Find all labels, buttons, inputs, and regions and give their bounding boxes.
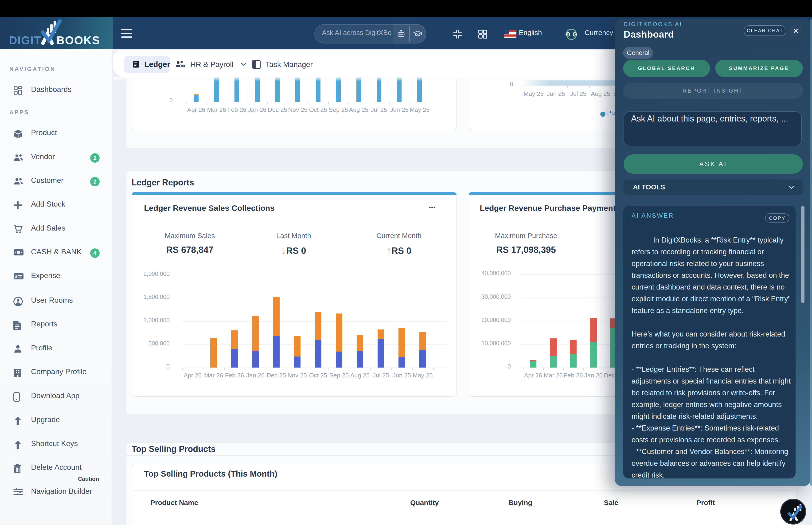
svg-text:€: € xyxy=(574,32,576,36)
svg-text:DIGIT: DIGIT xyxy=(9,34,41,46)
svg-text:BOOKS: BOOKS xyxy=(56,34,100,46)
svg-text:$: $ xyxy=(567,32,569,36)
svg-text:$: $ xyxy=(15,274,17,279)
